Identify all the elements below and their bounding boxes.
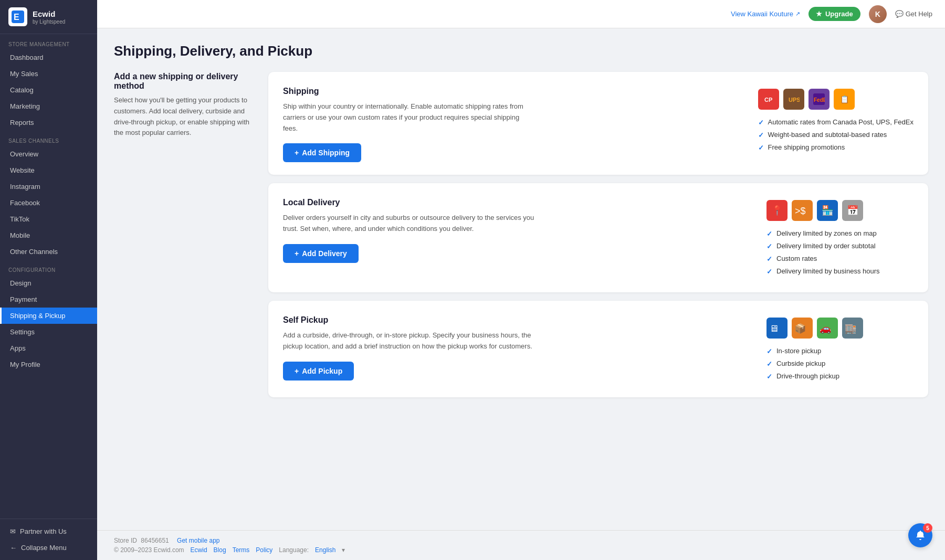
sidebar-item-facebook[interactable]: Facebook xyxy=(0,195,97,211)
pickup-box-icon: 📦 xyxy=(792,318,813,339)
shipping-card: Shipping Ship within your country or int… xyxy=(268,72,928,175)
feature-item: ✓ Curbside pickup xyxy=(766,360,914,368)
sidebar-item-label: Shipping & Pickup xyxy=(10,312,66,320)
envelope-icon: ✉ xyxy=(10,527,16,535)
chevron-down-icon: ▾ xyxy=(342,546,345,554)
feature-item: ✓ Automatic rates from Canada Post, UPS,… xyxy=(758,118,914,126)
calendar-icon: 📅 xyxy=(842,200,863,221)
shipping-feature-list: ✓ Automatic rates from Canada Post, UPS,… xyxy=(758,118,914,156)
sidebar-item-my-profile[interactable]: My Profile xyxy=(0,356,97,373)
local-delivery-card-features: 📍 >$ 🏪 📅 ✓ Delivery limited by zones on … xyxy=(766,198,914,280)
mobile-app-link[interactable]: Get mobile app xyxy=(177,537,219,544)
add-delivery-label: Add Delivery xyxy=(302,249,347,258)
store-link[interactable]: View Kawaii Kouture ↗ xyxy=(731,10,800,18)
footer-link-terms[interactable]: Terms xyxy=(233,546,250,554)
chat-icon: 💬 xyxy=(895,10,904,18)
feature-text: Curbside pickup xyxy=(776,360,825,367)
sidebar-item-shipping-pickup[interactable]: Shipping & Pickup xyxy=(0,308,97,324)
collapse-icon: ← xyxy=(10,544,17,552)
sidebar-item-label: Mobile xyxy=(10,231,30,239)
star-icon: ★ xyxy=(816,10,822,18)
sidebar-item-reports[interactable]: Reports xyxy=(0,114,97,131)
shipping-feature-icons: CP UPS FedEx 📋 xyxy=(758,89,914,110)
add-shipping-button[interactable]: + Add Shipping xyxy=(283,143,361,162)
page-title: Shipping, Delivery, and Pickup xyxy=(114,43,928,59)
footer-copyright: © 2009–2023 Ecwid.com xyxy=(114,546,184,554)
sidebar-logo[interactable]: E Ecwid by Lightspeed xyxy=(0,0,97,34)
notification-bell[interactable]: 5 xyxy=(908,523,932,547)
sidebar-item-marketing[interactable]: Marketing xyxy=(0,98,97,114)
sidebar-item-settings[interactable]: Settings xyxy=(0,324,97,340)
feature-item: ✓ Delivery limited by business hours xyxy=(766,267,914,276)
self-pickup-card-body: Self Pickup Add a curbside, drive-throug… xyxy=(283,315,756,385)
sidebar: E Ecwid by Lightspeed Store management D… xyxy=(0,0,97,560)
sidebar-item-label: Catalog xyxy=(10,86,34,94)
sidebar-item-catalog[interactable]: Catalog xyxy=(0,82,97,98)
sidebar-item-apps[interactable]: Apps xyxy=(0,340,97,356)
left-column: Add a new shipping or delivery method Se… xyxy=(114,72,256,397)
sidebar-item-label: TikTok xyxy=(10,215,29,223)
sales-channels-label: Sales channels xyxy=(0,131,97,146)
sidebar-item-website[interactable]: Website xyxy=(0,162,97,178)
feature-item: ✓ In-store pickup xyxy=(766,347,914,355)
footer-link-blog[interactable]: Blog xyxy=(214,546,226,554)
feature-text: Delivery limited by order subtotal xyxy=(776,242,876,250)
sidebar-item-label: Instagram xyxy=(10,183,40,191)
self-pickup-feature-icons: 🖥 📦 🚗 🏬 xyxy=(766,318,914,339)
upgrade-button[interactable]: ★ Upgrade xyxy=(808,7,860,21)
check-icon: ✓ xyxy=(766,347,772,355)
check-icon: ✓ xyxy=(758,131,764,139)
sidebar-item-label: Dashboard xyxy=(10,54,44,61)
sidebar-item-label: My Profile xyxy=(10,361,40,368)
svg-text:🏬: 🏬 xyxy=(845,323,857,334)
check-icon: ✓ xyxy=(766,360,772,368)
sidebar-item-partner[interactable]: ✉ Partner with Us xyxy=(0,523,97,540)
add-pickup-button[interactable]: + Add Pickup xyxy=(283,362,354,381)
store-management-label: Store management xyxy=(0,34,97,49)
two-col-layout: Add a new shipping or delivery method Se… xyxy=(114,72,928,397)
sidebar-item-payment[interactable]: Payment xyxy=(0,291,97,308)
sidebar-item-label: Payment xyxy=(10,295,37,303)
table-rates-icon: 📋 xyxy=(834,89,855,110)
check-icon: ✓ xyxy=(758,119,764,126)
plus-icon: + xyxy=(295,367,299,375)
avatar[interactable]: K xyxy=(869,5,887,23)
feature-item: ✓ Drive-through pickup xyxy=(766,372,914,381)
footer-link-ecwid[interactable]: Ecwid xyxy=(191,546,207,554)
sidebar-item-mobile[interactable]: Mobile xyxy=(0,227,97,244)
store-icon: 🏪 xyxy=(817,200,838,221)
feature-text: Delivery limited by zones on map xyxy=(776,229,877,237)
footer-links: © 2009–2023 Ecwid.com Ecwid Blog Terms P… xyxy=(114,546,928,554)
language-select[interactable]: English xyxy=(315,546,335,554)
sidebar-item-collapse[interactable]: ← Collapse Menu xyxy=(0,540,97,556)
avatar-initials: K xyxy=(869,5,887,23)
sidebar-item-design[interactable]: Design xyxy=(0,275,97,291)
building-icon: 🏬 xyxy=(842,318,863,339)
plus-icon: + xyxy=(295,249,299,258)
feature-item: ✓ Delivery limited by order subtotal xyxy=(766,242,914,250)
svg-text:📋: 📋 xyxy=(840,95,849,104)
computer-person-icon: 🖥 xyxy=(766,318,788,339)
sidebar-item-label: Facebook xyxy=(10,199,40,207)
help-link[interactable]: 💬 Get Help xyxy=(895,10,932,18)
page-footer: Store ID 86456651 Get mobile app © 2009–… xyxy=(97,530,945,560)
store-id-label: Store ID xyxy=(114,537,137,544)
sidebar-item-tiktok[interactable]: TikTok xyxy=(0,211,97,227)
svg-text:UPS: UPS xyxy=(789,97,800,103)
footer-link-policy[interactable]: Policy xyxy=(256,546,272,554)
sidebar-item-label: Other Channels xyxy=(10,248,58,256)
sidebar-item-dashboard[interactable]: Dashboard xyxy=(0,49,97,66)
sidebar-item-instagram[interactable]: Instagram xyxy=(0,178,97,195)
add-delivery-button[interactable]: + Add Delivery xyxy=(283,244,359,263)
self-pickup-card-title: Self Pickup xyxy=(283,315,756,325)
sidebar-item-overview[interactable]: Overview xyxy=(0,146,97,162)
local-delivery-feature-list: ✓ Delivery limited by zones on map ✓ Del… xyxy=(766,229,914,280)
sidebar-item-my-sales[interactable]: My Sales xyxy=(0,66,97,82)
sidebar-item-other-channels[interactable]: Other Channels xyxy=(0,244,97,260)
check-icon: ✓ xyxy=(766,242,772,250)
self-pickup-card-features: 🖥 📦 🚗 🏬 xyxy=(766,315,914,385)
feature-text: Free shipping promotions xyxy=(768,143,845,151)
svg-text:🖥: 🖥 xyxy=(769,323,779,334)
store-id-value: 86456651 xyxy=(141,537,169,544)
car-icon: 🚗 xyxy=(817,318,838,339)
